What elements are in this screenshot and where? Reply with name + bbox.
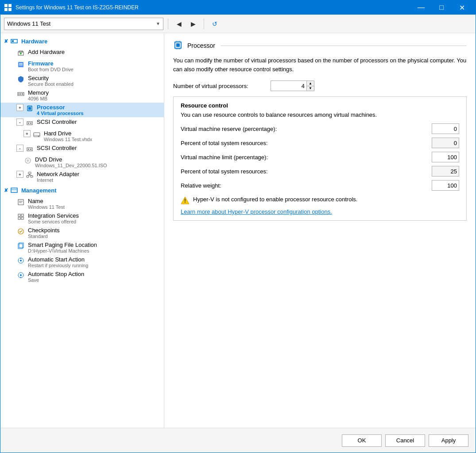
auto-start-text: Automatic Start Action Restart if previo… [28,256,88,268]
integration-label: Integration Services [28,212,79,219]
sidebar-item-integration[interactable]: Integration Services Some services offer… [0,211,164,226]
name-label: Name [28,198,65,204]
scsi1-expand-btn[interactable]: - [16,119,23,126]
processor-expand-btn[interactable]: + [16,104,23,111]
checkpoints-text: Checkpoints Standard [28,227,60,239]
svg-rect-26 [28,123,29,124]
panel-processor-icon [173,40,184,51]
svg-rect-2 [4,8,8,11]
dvd-drive-label: DVD Drive [35,156,107,163]
virtual-processors-row: Number of virtual processors: ▲ ▼ [173,81,467,91]
hard-drive-sub: Windows 11 Test.vhdx [44,137,92,142]
auto-start-label: Automatic Start Action [28,256,88,263]
sidebar-item-smart-paging[interactable]: Smart Paging File Location D:\Hyper-V\Vi… [0,240,164,255]
virtual-processors-value[interactable] [271,81,306,91]
sidebar-item-auto-start[interactable]: Automatic Start Action Restart if previo… [0,255,164,269]
ok-button[interactable]: OK [342,434,382,447]
sidebar-item-name[interactable]: Name Windows 11 Test [0,196,164,211]
svg-rect-62 [176,43,180,47]
svg-text:!: ! [184,197,186,204]
close-button[interactable]: ✕ [452,0,472,15]
svg-rect-3 [8,8,12,11]
scsi2-text: SCSI Controller [37,145,77,151]
sidebar-item-dvd-drive[interactable]: DVD Drive Windows_11_Dev_22000.51.ISO [0,155,164,169]
learn-more-link[interactable]: Learn more about Hyper-V processor confi… [181,208,332,215]
percent-total2-label: Percent of total system resources: [181,168,432,175]
vm-selector-dropdown[interactable]: Windows 11 Test ▼ [4,18,163,30]
sidebar-item-add-hardware[interactable]: Add Hardware [0,47,164,59]
sidebar-item-network[interactable]: + Network Adapter Internet [0,169,164,184]
spin-up-button[interactable]: ▲ [307,81,314,86]
svg-rect-15 [20,93,21,95]
vm-limit-input[interactable] [432,152,459,162]
checkpoints-label: Checkpoints [28,227,60,234]
window-title: Settings for Windows 11 Test on IS-Z2G5-… [15,4,411,11]
checkpoints-icon [16,227,25,236]
warning-text: Hyper-V is not configured to enable proc… [193,196,357,203]
svg-point-30 [38,136,39,137]
sidebar-item-scsi2[interactable]: - SCSI Controller [0,143,164,155]
name-sub: Windows 11 Test [28,204,65,210]
minimize-button[interactable]: — [411,0,431,15]
vm-limit-label: Virtual machine limit (percentage): [181,154,432,161]
forward-button[interactable]: ▶ [187,18,199,30]
virtual-processors-input[interactable]: ▲ ▼ [271,81,314,91]
svg-rect-31 [27,148,32,151]
security-icon [16,75,25,84]
auto-stop-sub: Save [28,277,84,283]
scsi1-icon [25,119,34,127]
spin-down-button[interactable]: ▼ [307,86,314,91]
sidebar-item-auto-stop[interactable]: Automatic Stop Action Save [0,269,164,284]
toolbar-separator-2 [204,19,204,29]
sidebar-section-hardware[interactable]: ✘ Hardware [0,35,164,47]
sidebar-item-scsi1[interactable]: - SCSI Controller [0,117,164,129]
name-icon [16,198,25,207]
hard-drive-text: Hard Drive Windows 11 Test.vhdx [44,130,92,142]
scsi1-text: SCSI Controller [37,119,77,125]
hard-drive-expand-btn[interactable]: + [23,130,31,137]
sidebar-item-security[interactable]: Security Secure Boot enabled [0,73,164,88]
svg-rect-48 [18,214,20,216]
management-section-icon [10,186,19,195]
processor-sub: 4 Virtual processors [37,111,84,116]
scsi1-label: SCSI Controller [37,119,77,125]
sidebar-item-memory[interactable]: Memory 4096 MB [0,88,164,103]
maximize-button[interactable]: □ [431,0,452,15]
sidebar-section-management[interactable]: ✘ Management [0,184,164,196]
vm-reserve-input[interactable] [432,124,459,134]
percent-total2-row: Percent of total system resources: [181,166,459,177]
percent-total1-label: Percent of total system resources: [181,140,432,146]
svg-rect-5 [12,40,14,42]
network-expand-btn[interactable]: + [16,171,23,178]
smart-paging-sub: D:\Hyper-V\Virtual Machines [28,248,97,253]
apply-button[interactable]: Apply [429,434,468,447]
svg-rect-27 [30,123,31,124]
svg-rect-43 [11,188,17,192]
add-hardware-text: Add Hardware [28,49,65,55]
hardware-chevron-icon: ✘ [4,38,8,44]
cancel-button[interactable]: Cancel [385,434,425,447]
add-hardware-icon [16,49,25,58]
sidebar-item-firmware[interactable]: Firmware Boot from DVD Drive [0,59,164,73]
processor-icon [25,104,34,113]
scsi2-expand-btn[interactable]: - [16,145,23,152]
vm-limit-input-wrapper [432,152,459,162]
integration-sub: Some services offered [28,219,79,224]
svg-point-59 [20,274,22,276]
panel-title-row: Processor [173,40,467,51]
memory-label: Memory [28,89,49,96]
network-sub: Internet [37,177,79,183]
footer: OK Cancel Apply [0,428,476,453]
sidebar: ✘ Hardware Add Hardware [0,33,164,428]
sidebar-item-checkpoints[interactable]: Checkpoints Standard [0,226,164,240]
virtual-processors-spinner: ▲ ▼ [306,81,314,91]
sidebar-item-hard-drive[interactable]: + Hard Drive Windows 11 Test.vhdx [0,129,164,143]
relative-weight-input[interactable] [432,180,459,190]
main-window: Settings for Windows 11 Test on IS-Z2G5-… [0,0,476,453]
svg-rect-16 [22,93,23,95]
sidebar-item-processor[interactable]: + Processor 4 Virtual processors [0,103,164,117]
back-button[interactable]: ◀ [173,18,185,30]
refresh-button[interactable]: ↺ [209,18,221,30]
svg-rect-50 [18,217,20,219]
svg-rect-12 [19,65,23,65]
